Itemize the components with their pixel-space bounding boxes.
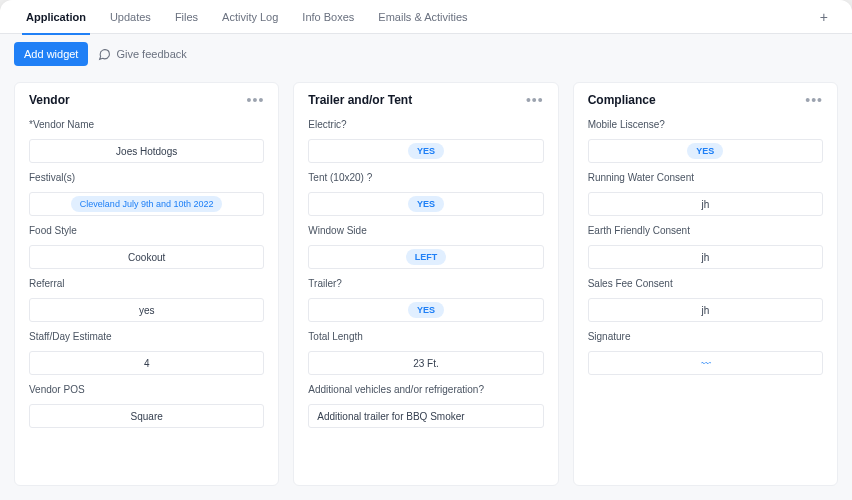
yes-chip: YES xyxy=(408,143,444,159)
tab-info-boxes[interactable]: Info Boxes xyxy=(290,0,366,34)
card-compliance: Compliance ••• Mobile Liscense? YES Runn… xyxy=(573,82,838,486)
signature-mark: 〰 xyxy=(700,358,710,369)
field-value-additional[interactable]: Additional trailer for BBQ Smoker xyxy=(308,404,543,428)
field-label-festivals: Festival(s) xyxy=(29,172,264,183)
give-feedback-label: Give feedback xyxy=(116,48,186,60)
app-window: Application Updates Files Activity Log I… xyxy=(0,0,852,500)
card-title: Trailer and/or Tent xyxy=(308,93,412,107)
card-menu-button[interactable]: ••• xyxy=(526,93,544,107)
field-label-food-style: Food Style xyxy=(29,225,264,236)
field-label-total-length: Total Length xyxy=(308,331,543,342)
field-value-vendor-pos[interactable]: Square xyxy=(29,404,264,428)
field-label-sales-fee: Sales Fee Consent xyxy=(588,278,823,289)
card-menu-button[interactable]: ••• xyxy=(805,93,823,107)
field-value-total-length[interactable]: 23 Ft. xyxy=(308,351,543,375)
yes-chip: YES xyxy=(408,196,444,212)
card-header: Compliance ••• xyxy=(574,83,837,117)
card-body: *Vendor Name Joes Hotdogs Festival(s) Cl… xyxy=(15,117,278,442)
field-value-vendor-name[interactable]: Joes Hotdogs xyxy=(29,139,264,163)
tab-activity-log[interactable]: Activity Log xyxy=(210,0,290,34)
field-label-staff-day: Staff/Day Estimate xyxy=(29,331,264,342)
field-value-trailer[interactable]: YES xyxy=(308,298,543,322)
card-trailer: Trailer and/or Tent ••• Electric? YES Te… xyxy=(293,82,558,486)
field-label-earth-friendly: Earth Friendly Consent xyxy=(588,225,823,236)
field-value-running-water[interactable]: jh xyxy=(588,192,823,216)
tab-files[interactable]: Files xyxy=(163,0,210,34)
toolbar: Add widget Give feedback xyxy=(0,34,852,74)
card-menu-button[interactable]: ••• xyxy=(247,93,265,107)
field-label-trailer: Trailer? xyxy=(308,278,543,289)
add-widget-button[interactable]: Add widget xyxy=(14,42,88,66)
field-value-tent[interactable]: YES xyxy=(308,192,543,216)
card-title: Compliance xyxy=(588,93,656,107)
field-label-vendor-name: *Vendor Name xyxy=(29,119,264,130)
field-value-food-style[interactable]: Cookout xyxy=(29,245,264,269)
field-label-signature: Signature xyxy=(588,331,823,342)
add-tab-button[interactable]: + xyxy=(810,9,838,25)
field-label-running-water: Running Water Consent xyxy=(588,172,823,183)
give-feedback-link[interactable]: Give feedback xyxy=(98,48,186,61)
field-label-mobile-license: Mobile Liscense? xyxy=(588,119,823,130)
tab-label: Updates xyxy=(110,11,151,23)
tab-label: Files xyxy=(175,11,198,23)
left-chip: LEFT xyxy=(406,249,447,265)
tab-emails-activities[interactable]: Emails & Activities xyxy=(366,0,479,34)
card-header: Vendor ••• xyxy=(15,83,278,117)
card-header: Trailer and/or Tent ••• xyxy=(294,83,557,117)
field-value-window-side[interactable]: LEFT xyxy=(308,245,543,269)
field-value-referral[interactable]: yes xyxy=(29,298,264,322)
yes-chip: YES xyxy=(687,143,723,159)
tabs-bar: Application Updates Files Activity Log I… xyxy=(0,0,852,34)
field-value-sales-fee[interactable]: jh xyxy=(588,298,823,322)
tab-label: Info Boxes xyxy=(302,11,354,23)
card-title: Vendor xyxy=(29,93,70,107)
field-label-tent: Tent (10x20) ? xyxy=(308,172,543,183)
field-value-mobile-license[interactable]: YES xyxy=(588,139,823,163)
field-value-electric[interactable]: YES xyxy=(308,139,543,163)
field-label-referral: Referral xyxy=(29,278,264,289)
feedback-icon xyxy=(98,48,111,61)
tab-updates[interactable]: Updates xyxy=(98,0,163,34)
card-body: Mobile Liscense? YES Running Water Conse… xyxy=(574,117,837,389)
content-area: Vendor ••• *Vendor Name Joes Hotdogs Fes… xyxy=(0,74,852,500)
field-label-electric: Electric? xyxy=(308,119,543,130)
card-vendor: Vendor ••• *Vendor Name Joes Hotdogs Fes… xyxy=(14,82,279,486)
field-label-additional: Additional vehicles and/or refrigeration… xyxy=(308,384,543,395)
field-value-signature[interactable]: 〰 xyxy=(588,351,823,375)
field-label-window-side: Window Side xyxy=(308,225,543,236)
tab-application[interactable]: Application xyxy=(14,0,98,34)
field-value-earth-friendly[interactable]: jh xyxy=(588,245,823,269)
tab-label: Activity Log xyxy=(222,11,278,23)
tab-label: Application xyxy=(26,11,86,23)
field-label-vendor-pos: Vendor POS xyxy=(29,384,264,395)
field-value-festivals[interactable]: Cleveland July 9th and 10th 2022 xyxy=(29,192,264,216)
cards-grid: Vendor ••• *Vendor Name Joes Hotdogs Fes… xyxy=(14,82,838,486)
festival-chip: Cleveland July 9th and 10th 2022 xyxy=(71,196,223,212)
card-body: Electric? YES Tent (10x20) ? YES Window … xyxy=(294,117,557,442)
tab-label: Emails & Activities xyxy=(378,11,467,23)
yes-chip: YES xyxy=(408,302,444,318)
field-value-staff-day[interactable]: 4 xyxy=(29,351,264,375)
